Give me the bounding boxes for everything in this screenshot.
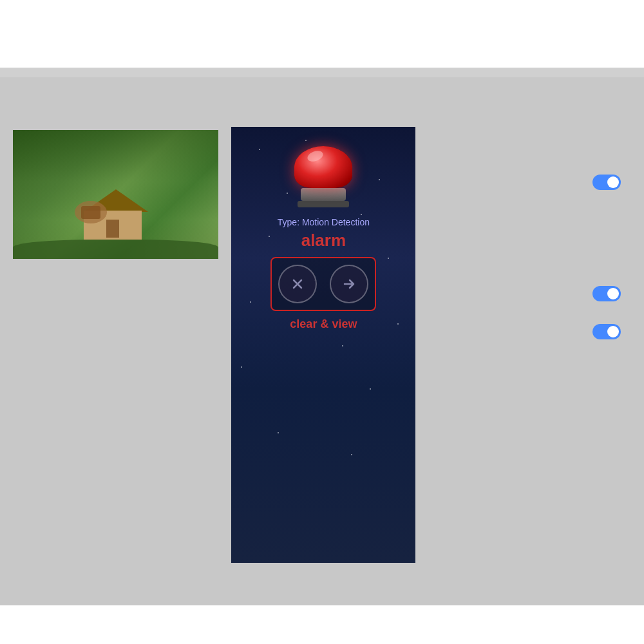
clear-view-label: clear & view	[290, 317, 357, 331]
star	[305, 140, 307, 141]
star	[278, 432, 279, 433]
star	[370, 388, 371, 390]
view-button[interactable]	[330, 265, 368, 303]
phone1-camera-image	[13, 130, 218, 259]
house-door	[106, 220, 119, 238]
outer-container: ··· 🔔 01:09PM Device list +	[0, 0, 644, 644]
star	[351, 454, 352, 455]
alarm-dome	[294, 146, 352, 188]
alarm-shine	[307, 149, 325, 164]
star	[269, 236, 270, 237]
phone2-alarm: China Telecom 48B/s 60% 6:42 pm 24063 ×	[231, 90, 415, 592]
clear-button[interactable]	[278, 265, 317, 303]
alarm-label-text: alarm	[301, 231, 346, 251]
star	[379, 179, 380, 180]
phone2-body: Type: Motion Detection alarm c	[231, 127, 415, 563]
alarm-buttons-container	[270, 257, 376, 311]
top-whitespace	[0, 0, 644, 68]
table-top	[81, 206, 100, 219]
receive-alarm-toggle[interactable]	[592, 175, 621, 190]
star	[397, 323, 399, 325]
star	[342, 345, 343, 346]
alarm-base-bottom	[298, 201, 349, 207]
star	[241, 366, 242, 368]
alarm-base	[301, 188, 346, 201]
star	[388, 258, 389, 259]
motion-detection-toggle[interactable]	[592, 286, 621, 301]
alarm-light	[294, 146, 352, 207]
garden-table	[75, 201, 107, 223]
star	[259, 149, 260, 150]
buzzer-toggle[interactable]	[592, 324, 621, 339]
clear-icon	[290, 276, 305, 292]
star	[361, 214, 362, 215]
view-icon	[341, 276, 357, 292]
grass	[13, 240, 218, 259]
star	[250, 301, 251, 303]
alarm-type-text: Type: Motion Detection	[278, 217, 370, 227]
screenshot-area: ··· 🔔 01:09PM Device list +	[0, 77, 644, 605]
star	[287, 193, 288, 194]
